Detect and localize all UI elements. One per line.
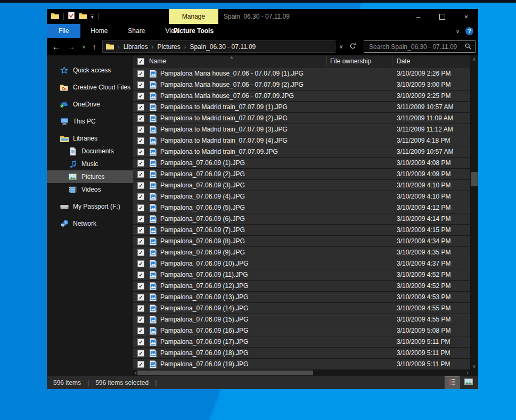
table-row[interactable]: ✓Pampalona to Madrid train_07.07.09 (4).… — [133, 135, 470, 146]
file-name[interactable]: Pampalona to Madrid train_07.07.09 (4).J… — [160, 137, 288, 144]
table-row[interactable]: ✓Pampalona_07.06.09 (11).JPG3/10/2009 4:… — [133, 269, 470, 281]
row-checkbox[interactable]: ✓ — [137, 216, 144, 223]
folder-icon[interactable] — [51, 12, 59, 21]
breadcrumb-pictures[interactable]: Pictures — [157, 43, 180, 51]
folder-icon[interactable] — [79, 12, 87, 21]
row-checkbox[interactable]: ✓ — [137, 260, 144, 267]
file-name[interactable]: Pampalona to Madrid train_07.07.09 (3).J… — [160, 126, 288, 133]
row-checkbox[interactable]: ✓ — [137, 115, 144, 122]
file-name[interactable]: Pampalona_07.06.09 (16).JPG — [160, 327, 248, 334]
maximize-button[interactable] — [430, 9, 454, 24]
breadcrumb-libraries[interactable]: Libraries — [124, 43, 148, 51]
address-breadcrumb-box[interactable]: › Libraries › Pictures › Spain_06.30 - 0… — [102, 40, 335, 53]
file-name[interactable]: Pampalona to Madrid train_07.07.09 (2).J… — [160, 114, 288, 122]
file-name[interactable]: Pampalona Maria house_07.06 - 07.07.09.J… — [160, 92, 294, 100]
sidebar-item-my-passport-f[interactable]: My Passport (F:) — [47, 200, 133, 213]
row-checkbox[interactable]: ✓ — [137, 294, 144, 301]
ribbon-tab-home[interactable]: Home — [80, 24, 118, 38]
details-view-button[interactable] — [445, 377, 459, 388]
table-row[interactable]: ✓Pampalona_07.06.09 (9).JPG3/10/2009 4:3… — [133, 247, 470, 258]
scroll-up-icon[interactable]: ∧ — [470, 57, 478, 62]
row-checkbox[interactable]: ✓ — [137, 137, 144, 144]
column-header-file-ownership[interactable]: File ownership — [330, 57, 371, 65]
horizontal-scrollbar-thumb[interactable] — [137, 370, 313, 375]
table-row[interactable]: ✓Pampalona_07.06.09 (17).JPG3/10/2009 5:… — [133, 336, 470, 348]
row-checkbox[interactable]: ✓ — [137, 227, 144, 234]
file-name[interactable]: Pampalona Maria house_07.06 - 07.07.09 (… — [160, 70, 304, 77]
table-row[interactable]: ✓Pampalona_07.06.09 (12).JPG3/10/2009 4:… — [133, 281, 470, 292]
breadcrumb-current-folder[interactable]: Spain_06.30 - 07.11.09 — [190, 43, 256, 51]
sidebar-item-documents[interactable]: Documents — [47, 145, 133, 158]
previous-locations-icon[interactable]: ∨ — [339, 44, 343, 50]
table-row[interactable]: ✓Pampalona_07.06.09 (14).JPG3/10/2009 4:… — [133, 303, 470, 314]
table-row[interactable]: ✓Pampalona_07.06.09 (1).JPG3/10/2009 4:0… — [133, 158, 470, 169]
file-name[interactable]: Pampalona_07.06.09 (14).JPG — [160, 304, 248, 312]
file-name[interactable]: Pampalona_07.06.09 (3).JPG — [160, 182, 245, 189]
table-row[interactable]: ✓Pampalona to Madrid train_07.07.09 (3).… — [133, 124, 470, 135]
customize-toolbar-icon[interactable]: ▾ — [91, 14, 94, 19]
up-icon[interactable]: ↑ — [93, 43, 96, 51]
scroll-down-icon[interactable]: ∨ — [470, 364, 478, 369]
minimize-button[interactable]: – — [406, 9, 430, 24]
select-all-checkbox[interactable]: ✓ — [137, 58, 144, 65]
table-row[interactable]: ✓Pampalona Maria house_07.06 - 07.07.09.… — [133, 90, 470, 102]
table-row[interactable]: ✓Pampalona_07.06.09 (19).JPG3/10/2009 5:… — [133, 359, 470, 370]
row-checkbox[interactable]: ✓ — [137, 160, 144, 167]
file-name[interactable]: Pampalona_07.06.09 (2).JPG — [160, 170, 245, 178]
table-row[interactable]: ✓Pampalona Maria house_07.06 - 07.07.09 … — [133, 79, 470, 90]
file-name[interactable]: Pampalona_07.06.09 (9).JPG — [160, 249, 245, 256]
sidebar-item-pictures[interactable]: Pictures — [47, 170, 133, 183]
back-icon[interactable]: ← — [52, 42, 60, 51]
table-row[interactable]: ✓Pampalona to Madrid train_07.07.09 (2).… — [133, 113, 470, 124]
row-checkbox[interactable]: ✓ — [137, 104, 144, 111]
row-checkbox[interactable]: ✓ — [137, 361, 144, 368]
file-name[interactable]: Pampalona_07.06.09 (10).JPG — [160, 260, 248, 267]
file-name[interactable]: Pampalona to Madrid train_07.07.09 (1).J… — [160, 103, 288, 111]
table-row[interactable]: ✓Pampalona_07.06.09 (5).JPG3/10/2009 4:1… — [133, 202, 470, 213]
file-name[interactable]: Pampalona_07.06.09 (4).JPG — [160, 193, 245, 200]
row-checkbox[interactable]: ✓ — [137, 182, 144, 189]
table-row[interactable]: ✓Pampalona_07.06.09 (15).JPG3/10/2009 4:… — [133, 314, 470, 325]
file-name[interactable]: Pampalona Maria house_07.06 - 07.07.09 (… — [160, 81, 304, 88]
row-checkbox[interactable]: ✓ — [137, 204, 144, 211]
close-button[interactable]: × — [454, 9, 478, 24]
table-row[interactable]: ✓Pampalona_07.06.09 (8).JPG3/10/2009 4:3… — [133, 236, 470, 247]
table-row[interactable]: ✓Pampalona_07.06.09 (18).JPG3/10/2009 5:… — [133, 348, 470, 359]
collapse-ribbon-icon[interactable]: ∨ — [456, 28, 460, 34]
scroll-right-icon[interactable]: › — [466, 369, 469, 376]
file-name[interactable]: Pampalona_07.06.09 (12).JPG — [160, 282, 248, 290]
file-name[interactable]: Pampalona_07.06.09 (6).JPG — [160, 215, 245, 223]
checked-document-icon[interactable] — [68, 12, 75, 21]
file-name[interactable]: Pampalona_07.06.09 (15).JPG — [160, 316, 248, 323]
file-name[interactable]: Pampalona_07.06.09 (7).JPG — [160, 226, 245, 234]
row-checkbox[interactable]: ✓ — [137, 70, 144, 77]
table-row[interactable]: ✓Pampalona_07.06.09 (10).JPG3/10/2009 4:… — [133, 258, 470, 269]
row-checkbox[interactable]: ✓ — [137, 316, 144, 323]
file-name[interactable]: Pampalona_07.06.09 (1).JPG — [160, 159, 245, 167]
row-checkbox[interactable]: ✓ — [137, 149, 144, 155]
row-checkbox[interactable]: ✓ — [137, 327, 144, 334]
row-checkbox[interactable]: ✓ — [137, 126, 144, 133]
file-name[interactable]: Pampalona_07.06.09 (5).JPG — [160, 204, 245, 211]
horizontal-scrollbar[interactable]: ‹ › — [133, 370, 470, 376]
file-name[interactable]: Pampalona_07.06.09 (13).JPG — [160, 293, 248, 301]
row-checkbox[interactable]: ✓ — [137, 81, 144, 88]
table-row[interactable]: ✓Pampalona_07.06.09 (4).JPG3/10/2009 4:1… — [133, 191, 470, 202]
row-checkbox[interactable]: ✓ — [137, 305, 144, 312]
file-name[interactable]: Pampalona_07.06.09 (8).JPG — [160, 237, 245, 245]
ribbon-tab-manage[interactable]: Manage — [169, 9, 218, 24]
file-name[interactable]: Pampalona to Madrid train_07.07.09.JPG — [160, 148, 278, 155]
column-divider[interactable] — [326, 56, 327, 67]
column-header-date[interactable]: Date — [397, 57, 410, 65]
file-name[interactable]: Pampalona_07.06.09 (19).JPG — [160, 360, 248, 368]
forward-icon[interactable]: → — [67, 42, 75, 51]
sidebar-item-music[interactable]: Music — [47, 158, 133, 170]
row-checkbox[interactable]: ✓ — [137, 271, 144, 278]
vertical-scrollbar-thumb[interactable] — [471, 172, 478, 186]
sidebar-item-creative-cloud-files[interactable]: Creative Cloud Files — [47, 81, 133, 94]
row-checkbox[interactable]: ✓ — [137, 238, 144, 245]
search-input[interactable] — [368, 43, 465, 51]
sidebar-item-libraries[interactable]: Libraries — [47, 132, 133, 145]
thumbnails-view-button[interactable] — [462, 377, 476, 388]
ribbon-contextual-tab-picture-tools[interactable]: Picture Tools — [169, 24, 218, 38]
